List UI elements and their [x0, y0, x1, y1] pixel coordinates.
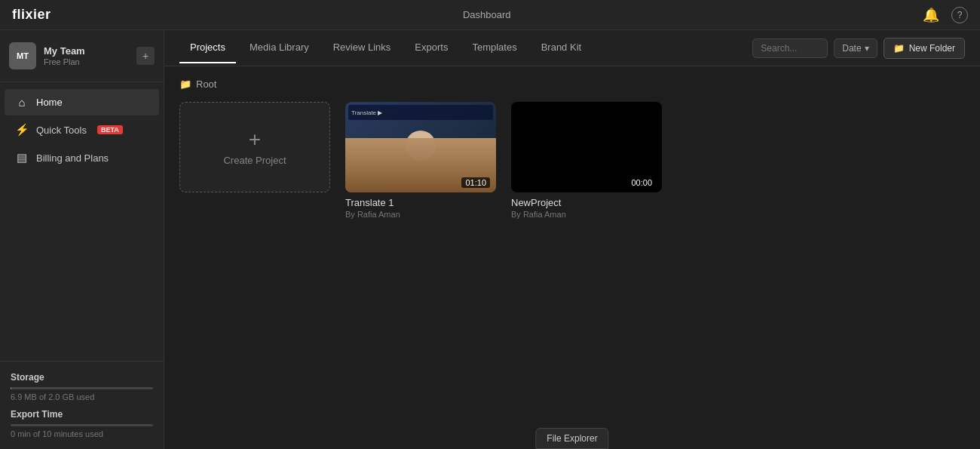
- tab-media-library[interactable]: Media Library: [239, 32, 320, 63]
- export-info: 0 min of 10 minutes used: [11, 429, 153, 438]
- quick-tools-icon: ⚡: [15, 123, 29, 137]
- beta-badge: beta: [97, 125, 123, 134]
- date-sort-button[interactable]: Date ▾: [834, 38, 877, 58]
- new-folder-button[interactable]: 📁 New Folder: [884, 38, 965, 59]
- sidebar-item-billing-label: Billing and Plans: [36, 152, 109, 164]
- team-info: My Team Free Plan: [44, 45, 129, 67]
- tab-projects[interactable]: Projects: [179, 32, 236, 63]
- tab-review-links[interactable]: Review Links: [323, 32, 402, 63]
- storage-info: 6.9 MB of 2.0 GB used: [11, 392, 153, 401]
- storage-progress-bar: [11, 387, 153, 389]
- project-title-newproject: NewProject: [511, 197, 662, 208]
- content-area: Projects Media Library Review Links Expo…: [164, 30, 980, 449]
- file-explorer-label: File Explorer: [547, 433, 597, 444]
- billing-icon: ▤: [15, 151, 29, 165]
- create-project-label: Create Project: [223, 155, 286, 166]
- project-author-translate1: By Rafia Aman: [345, 210, 496, 219]
- project-author-newproject: By Rafia Aman: [511, 210, 662, 219]
- project-thumbnail-newproject: 00:00: [511, 102, 662, 192]
- search-input[interactable]: [752, 38, 828, 58]
- main-layout: MT My Team Free Plan + ⌂ Home ⚡ Quick To…: [0, 30, 980, 449]
- sidebar-item-billing[interactable]: ▤ Billing and Plans: [5, 144, 159, 171]
- nav-section: ⌂ Home ⚡ Quick Tools beta ▤ Billing and …: [0, 82, 164, 361]
- project-card-translate1[interactable]: Translate ▶ 01:10 Translate 1 By Rafia A…: [345, 102, 496, 219]
- team-section: MT My Team Free Plan +: [0, 30, 164, 82]
- sidebar-item-home-label: Home: [36, 97, 63, 108]
- home-icon: ⌂: [15, 96, 29, 109]
- storage-label: Storage: [11, 372, 153, 383]
- folder-icon: 📁: [893, 43, 905, 54]
- team-settings-button[interactable]: +: [136, 47, 155, 65]
- tabs-bar: Projects Media Library Review Links Expo…: [164, 30, 980, 66]
- project-title-translate1: Translate 1: [345, 197, 496, 208]
- tab-brand-kit[interactable]: Brand Kit: [531, 32, 592, 63]
- projects-content: 📁 Root + Create Project: [164, 66, 980, 449]
- breadcrumb-label: Root: [196, 78, 216, 90]
- file-explorer-tooltip[interactable]: File Explorer: [535, 428, 608, 449]
- chevron-down-icon: ▾: [865, 43, 869, 54]
- export-progress-bar: [11, 424, 153, 426]
- export-time-label: Export Time: [11, 409, 153, 420]
- project-duration-newproject: 00:00: [627, 177, 656, 188]
- sidebar-item-home[interactable]: ⌂ Home: [5, 89, 159, 115]
- topbar: flixier Dashboard 🔔 ?: [0, 0, 980, 30]
- project-card-newproject[interactable]: 00:00 NewProject By Rafia Aman: [511, 102, 662, 219]
- project-duration-translate1: 01:10: [461, 177, 490, 188]
- create-plus-icon: +: [249, 129, 261, 150]
- tab-templates[interactable]: Templates: [461, 32, 527, 63]
- app-logo: flixier: [12, 7, 51, 23]
- team-name: My Team: [44, 45, 129, 58]
- project-thumbnail-translate1: Translate ▶ 01:10: [345, 102, 496, 192]
- breadcrumb: 📁 Root: [179, 78, 965, 90]
- page-title: Dashboard: [463, 9, 511, 20]
- sidebar: MT My Team Free Plan + ⌂ Home ⚡ Quick To…: [0, 30, 164, 449]
- sidebar-item-quick-tools[interactable]: ⚡ Quick Tools beta: [5, 116, 159, 143]
- create-project-card[interactable]: + Create Project: [179, 102, 330, 192]
- team-avatar: MT: [9, 42, 36, 69]
- sidebar-bottom: Storage 6.9 MB of 2.0 GB used Export Tim…: [0, 361, 164, 449]
- breadcrumb-folder-icon: 📁: [179, 78, 191, 90]
- tabs-right: Date ▾ 📁 New Folder: [752, 38, 965, 59]
- storage-progress-fill: [11, 387, 11, 389]
- notification-icon[interactable]: 🔔: [923, 7, 939, 23]
- topbar-icons: 🔔 ?: [923, 7, 968, 23]
- projects-grid: + Create Project: [179, 102, 965, 219]
- sidebar-item-quick-tools-label: Quick Tools: [36, 125, 87, 136]
- help-icon[interactable]: ?: [951, 7, 968, 23]
- tab-exports[interactable]: Exports: [404, 32, 458, 63]
- team-plan: Free Plan: [44, 57, 129, 66]
